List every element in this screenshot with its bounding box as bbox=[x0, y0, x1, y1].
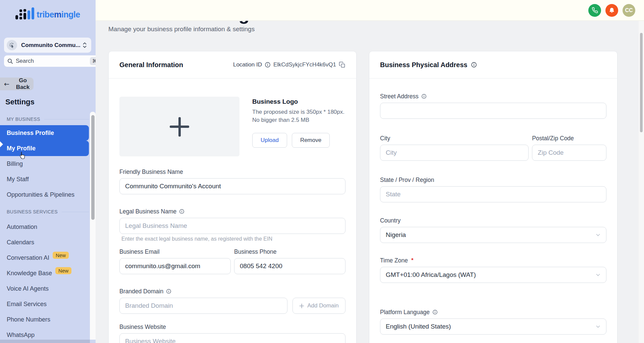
bell-icon bbox=[608, 7, 615, 14]
new-badge: New bbox=[53, 252, 69, 259]
chevron-down-icon bbox=[595, 324, 601, 329]
sidebar-item-knowledge-base[interactable]: Knowledge BaseNew bbox=[0, 265, 89, 281]
timezone-group: Time Zone * GMT+01:00 Africa/Lagos (WAT) bbox=[380, 257, 606, 283]
info-icon[interactable] bbox=[471, 62, 477, 68]
info-icon[interactable] bbox=[179, 209, 184, 214]
general-information-card: General Information Location ID ElkCdSyk… bbox=[108, 51, 357, 343]
branded-domain-label: Branded Domain bbox=[119, 288, 163, 295]
business-phone-input[interactable] bbox=[234, 258, 345, 274]
sidebar-item-my-staff[interactable]: My Staff bbox=[0, 172, 89, 187]
business-phone-group: Business Phone bbox=[234, 248, 345, 274]
state-group: State / Prov / Region bbox=[380, 176, 606, 202]
sidebar-item-my-profile[interactable]: My Profile bbox=[0, 141, 89, 156]
brand-logo: tribemingle bbox=[0, 0, 96, 19]
sidebar-item-conversation-ai[interactable]: Conversation AINew bbox=[0, 250, 89, 265]
go-back-button[interactable]: ← Go Back bbox=[0, 78, 34, 90]
chevron-up-down-icon bbox=[82, 42, 87, 49]
zip-input[interactable] bbox=[532, 145, 606, 161]
section-label-my-business: MY BUSINESS bbox=[7, 116, 89, 122]
branded-domain-input[interactable] bbox=[119, 298, 287, 314]
sidebar-item-automation[interactable]: Automation bbox=[0, 219, 89, 235]
platform-language-label: Platform Language bbox=[380, 309, 430, 316]
location-id: Location ID ElkCdSykjcFYcH4k6vQ1 bbox=[233, 61, 345, 68]
state-label: State / Prov / Region bbox=[380, 176, 606, 184]
account-switcher[interactable]: Communito Commu... bbox=[4, 38, 91, 53]
my-business-menu: Business Profile My Profile Billing My S… bbox=[0, 125, 96, 202]
required-asterisk: * bbox=[411, 257, 414, 264]
account-avatar bbox=[7, 40, 17, 50]
info-icon[interactable] bbox=[166, 289, 171, 294]
remove-button[interactable]: Remove bbox=[292, 133, 330, 148]
copy-location-id-button[interactable] bbox=[339, 61, 345, 68]
sidebar-item-email-services[interactable]: Email Services bbox=[0, 296, 89, 312]
page-subtitle: Manage your business profile information… bbox=[108, 26, 255, 33]
page-scrollbar-track[interactable] bbox=[639, 21, 644, 343]
plus-icon bbox=[299, 303, 304, 308]
business-website-input[interactable] bbox=[119, 333, 345, 343]
page-scrollbar-thumb[interactable] bbox=[640, 33, 643, 132]
info-icon[interactable] bbox=[265, 62, 271, 68]
business-logo-hint-size: The proposed size is 350px * 180px. bbox=[252, 108, 344, 116]
copy-icon bbox=[339, 61, 345, 68]
sidebar-item-voice-ai-agents[interactable]: Voice AI Agents bbox=[0, 281, 89, 296]
street-address-input[interactable] bbox=[380, 103, 606, 119]
state-input[interactable] bbox=[380, 186, 606, 202]
location-id-label: Location ID bbox=[233, 61, 262, 68]
address-card-body: Street Address City Po bbox=[369, 93, 617, 343]
platform-language-group: Platform Language English (United States… bbox=[380, 308, 606, 335]
search-shortcut-badge: ⌘ K bbox=[90, 57, 96, 65]
notifications-button[interactable] bbox=[605, 4, 618, 17]
brand-name: tribemingle bbox=[37, 10, 80, 19]
timezone-select[interactable]: GMT+01:00 Africa/Lagos (WAT) bbox=[380, 267, 606, 283]
sidebar-item-billing[interactable]: Billing bbox=[0, 156, 89, 172]
business-physical-address-card: Business Physical Address Street Address bbox=[369, 51, 618, 343]
phone-icon bbox=[592, 7, 598, 13]
address-card-header: Business Physical Address bbox=[369, 51, 617, 79]
legal-business-name-label: Legal Business Name bbox=[119, 208, 176, 215]
info-icon[interactable] bbox=[432, 309, 438, 315]
logo-upload-dropzone[interactable] bbox=[119, 97, 239, 156]
search-input[interactable] bbox=[16, 58, 90, 64]
business-email-group: Business Email bbox=[119, 248, 231, 274]
city-group: City bbox=[380, 135, 529, 161]
add-domain-button[interactable]: Add Domain bbox=[292, 298, 345, 314]
sidebar-scrollbar-thumb[interactable] bbox=[91, 115, 95, 220]
business-website-group: Business Website bbox=[119, 323, 345, 343]
search-input-wrap[interactable]: ⌘ K bbox=[4, 55, 96, 67]
sidebar-item-calendars[interactable]: Calendars bbox=[0, 235, 89, 250]
business-logo-hint-weight: No bigger than 2.5 MB bbox=[252, 116, 344, 124]
info-icon[interactable] bbox=[421, 94, 427, 99]
account-name: Communito Commu... bbox=[21, 42, 82, 49]
business-email-label: Business Email bbox=[119, 248, 231, 255]
business-logo-info: Business Logo The proposed size is 350px… bbox=[252, 97, 344, 156]
city-label: City bbox=[380, 135, 529, 142]
country-label: Country bbox=[380, 217, 606, 224]
zip-label: Postal/Zip Code bbox=[532, 135, 606, 142]
sidebar-item-phone-numbers[interactable]: Phone Numbers bbox=[0, 312, 89, 327]
user-avatar[interactable]: CC bbox=[623, 4, 635, 17]
sidebar-bottom-strip bbox=[0, 340, 90, 343]
street-address-group: Street Address bbox=[380, 93, 606, 119]
legal-business-name-group: Legal Business Name Enter the exact lega… bbox=[119, 208, 345, 242]
platform-language-select[interactable]: English (United States) bbox=[380, 318, 606, 335]
back-arrow-icon: ← bbox=[4, 80, 9, 88]
sidebar-item-opportunities-pipelines[interactable]: Opportunities & Pipelines bbox=[0, 187, 89, 202]
brand-logo-icon bbox=[15, 7, 34, 19]
business-email-input[interactable] bbox=[119, 258, 231, 274]
upload-button[interactable]: Upload bbox=[252, 133, 287, 148]
general-information-title: General Information bbox=[119, 61, 183, 69]
phone-button[interactable] bbox=[588, 4, 601, 17]
main-content: Business Settings CC Manage your busines… bbox=[96, 0, 644, 343]
business-phone-label: Business Phone bbox=[234, 248, 345, 255]
city-input[interactable] bbox=[380, 145, 529, 161]
search-row: ⌘ K bbox=[4, 55, 92, 67]
general-information-body: Business Logo The proposed size is 350px… bbox=[109, 97, 356, 343]
friendly-business-name-input[interactable] bbox=[119, 178, 345, 194]
city-zip-row: City Postal/Zip Code bbox=[380, 135, 606, 161]
search-icon bbox=[7, 58, 13, 64]
country-select[interactable]: Nigeria bbox=[380, 227, 606, 243]
street-address-label: Street Address bbox=[380, 93, 419, 100]
legal-business-name-input[interactable] bbox=[119, 218, 345, 234]
location-id-value: ElkCdSykjcFYcH4k6vQ1 bbox=[273, 61, 336, 68]
sidebar-item-business-profile[interactable]: Business Profile bbox=[0, 125, 89, 141]
